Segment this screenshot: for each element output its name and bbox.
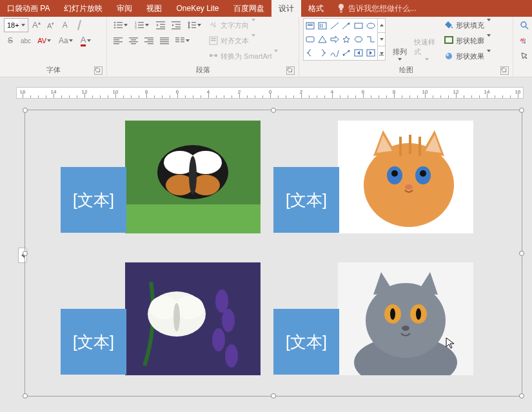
resize-handle-br[interactable]	[519, 393, 524, 398]
align-center-button[interactable]	[126, 34, 141, 48]
replace-icon: ab	[520, 36, 529, 45]
picture-placeholder-3[interactable]	[125, 262, 261, 375]
svg-point-112	[402, 326, 409, 331]
drawing-dialog-launcher[interactable]	[500, 66, 509, 75]
svg-rect-24	[113, 37, 123, 39]
fill-icon	[444, 21, 453, 30]
resize-handle-tl[interactable]	[23, 108, 28, 113]
svg-rect-11	[138, 27, 144, 28]
group-font: 18+ A▴ A▾ A S abc AV Aa A 字体	[0, 17, 107, 77]
slide[interactable]: [文本] [文本] [文本]	[25, 110, 522, 400]
align-text-button[interactable]: 对齐文本	[207, 34, 280, 48]
svg-point-0	[114, 22, 116, 24]
select-button[interactable]	[517, 49, 531, 63]
curve-icon	[330, 49, 339, 57]
numbering-icon: 123	[135, 21, 144, 30]
tab-view[interactable]: 视图	[139, 0, 169, 17]
line-spacing-button[interactable]	[184, 18, 204, 32]
rbrace-icon	[318, 49, 327, 57]
svg-rect-21	[192, 22, 196, 23]
horizontal-ruler[interactable]: 1614121086420246810121416	[16, 87, 524, 99]
right-arrow-icon	[330, 35, 339, 43]
align-left-button[interactable]	[111, 34, 125, 48]
subscript-button[interactable]: abc	[18, 34, 34, 48]
picture-placeholder-1[interactable]	[125, 121, 261, 233]
svg-point-74	[446, 54, 449, 56]
ribbon-tabs: 口袋动画 PA 幻灯片放映 审阅 视图 OneKey Lite 百度网盘 设计 …	[0, 0, 532, 17]
clear-formatting-button[interactable]: A	[59, 18, 72, 32]
find-button[interactable]	[517, 18, 531, 32]
decrease-indent-button[interactable]	[153, 18, 168, 32]
lightbulb-icon	[337, 4, 345, 13]
resize-handle-bl[interactable]	[23, 393, 28, 398]
align-right-button[interactable]	[142, 34, 156, 48]
smartart-item-2[interactable]: [文本]	[273, 121, 473, 243]
smartart-item-4[interactable]: [文本]	[273, 262, 473, 385]
svg-rect-95	[419, 137, 421, 156]
svg-rect-56	[320, 24, 320, 28]
text-placeholder-4[interactable]: [文本]	[273, 309, 339, 375]
tab-format[interactable]: 格式	[301, 0, 331, 17]
text-direction-button[interactable]: A文字方向	[207, 18, 280, 32]
smartart-selection[interactable]: [文本] [文本] [文本]	[25, 110, 522, 397]
tab-design[interactable]: 设计	[271, 0, 301, 17]
tell-me-search[interactable]: 告诉我您想做什么...	[331, 0, 423, 17]
picture-placeholder-4[interactable]	[338, 262, 473, 375]
tab-review[interactable]: 审阅	[110, 0, 139, 17]
convert-smartart-button[interactable]: 转换为 SmartArt	[207, 49, 280, 63]
svg-rect-5	[117, 27, 123, 28]
replace-button[interactable]: ab	[517, 34, 531, 48]
svg-point-92	[405, 184, 413, 190]
columns-button[interactable]	[173, 34, 193, 48]
shape-fill-button[interactable]: 形状填充	[442, 18, 493, 32]
tab-baidu[interactable]: 百度网盘	[226, 0, 271, 17]
lbrace-icon	[306, 49, 315, 57]
svg-text:3: 3	[135, 26, 137, 30]
increase-font-button[interactable]: A▴	[30, 18, 43, 32]
svg-point-91	[420, 170, 426, 177]
smartart-item-3[interactable]: [文本]	[61, 262, 261, 385]
resize-handle-bm[interactable]	[271, 393, 276, 398]
font-size-value: 18+	[7, 21, 19, 29]
svg-point-85	[189, 156, 197, 195]
tab-pocket-anim[interactable]: 口袋动画 PA	[0, 0, 57, 17]
svg-rect-53	[308, 24, 313, 25]
shapes-gallery[interactable]	[303, 18, 386, 61]
text-placeholder-1[interactable]: [文本]	[61, 167, 126, 233]
svg-point-98	[222, 309, 235, 332]
svg-point-61	[367, 23, 375, 28]
format-painter-button[interactable]	[73, 18, 86, 32]
picture-placeholder-2[interactable]	[338, 121, 473, 233]
resize-handle-tm[interactable]	[271, 108, 276, 113]
shape-effects-button[interactable]: 形状效果	[442, 49, 493, 63]
numbering-button[interactable]: 123	[132, 18, 152, 32]
tab-slideshow[interactable]: 幻灯片放映	[57, 0, 110, 17]
paragraph-dialog-launcher[interactable]	[286, 66, 295, 75]
resize-handle-tr[interactable]	[519, 108, 524, 113]
text-placeholder-2[interactable]: [文本]	[273, 167, 339, 233]
indent-icon	[172, 21, 181, 30]
resize-handle-ml[interactable]	[23, 251, 28, 256]
font-color-button[interactable]: A	[78, 34, 95, 48]
tab-onekey[interactable]: OneKey Lite	[169, 0, 226, 17]
font-size-combo[interactable]: 18+	[4, 18, 28, 32]
decrease-font-button[interactable]: A▾	[44, 18, 57, 32]
font-dialog-launcher[interactable]	[94, 66, 103, 75]
ribbon: 18+ A▴ A▾ A S abc AV Aa A 字体	[0, 17, 532, 77]
shape-outline-button[interactable]: 形状轮廓	[442, 34, 493, 48]
outdent-icon	[156, 21, 165, 30]
gallery-scroll[interactable]	[377, 19, 385, 60]
text-placeholder-3[interactable]: [文本]	[61, 309, 126, 375]
bullets-button[interactable]	[111, 18, 131, 32]
smartart-item-1[interactable]: [文本]	[61, 121, 261, 243]
svg-rect-19	[172, 28, 181, 30]
strikethrough-button[interactable]: S	[4, 34, 17, 48]
resize-handle-mr[interactable]	[519, 251, 524, 256]
increase-indent-button[interactable]	[169, 18, 183, 32]
change-case-button[interactable]: Aa	[56, 34, 77, 48]
align-justify-button[interactable]	[157, 34, 172, 48]
quick-styles-button[interactable]: Abc 快速样式	[414, 18, 440, 61]
text-direction-icon: A	[209, 21, 218, 30]
char-spacing-button[interactable]: AV	[35, 34, 55, 48]
svg-point-73	[446, 53, 452, 59]
